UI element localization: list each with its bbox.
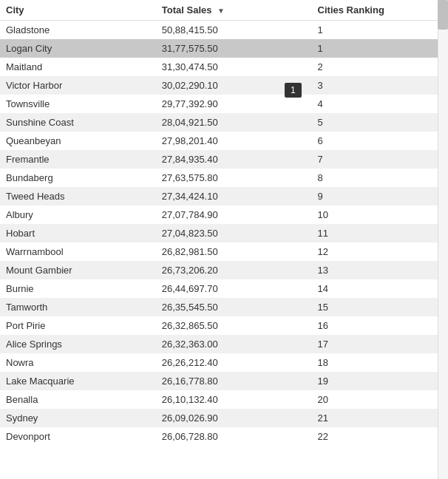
cities-ranking-column-header[interactable]: Cities Ranking: [312, 0, 448, 21]
ranking-cell: 1: [312, 21, 448, 40]
ranking-cell: 2: [312, 58, 448, 76]
table-body: Gladstone50,88,415.501Logan City31,77,57…: [0, 21, 448, 446]
table-row[interactable]: Alice Springs26,32,363.0017: [0, 335, 448, 353]
total-sales-cell: 26,82,981.50: [156, 242, 312, 261]
total-sales-cell: 26,32,363.00: [156, 335, 312, 353]
city-cell: Port Pirie: [0, 316, 156, 335]
table-row[interactable]: Sunshine Coast28,04,921.505: [0, 113, 448, 132]
ranking-cell: 3: [312, 76, 448, 95]
city-cell: Devonport: [0, 427, 156, 446]
table-row[interactable]: Port Pirie26,32,865.5016: [0, 316, 448, 335]
total-sales-cell: 26,35,545.50: [156, 298, 312, 316]
total-sales-cell: 26,09,026.90: [156, 409, 312, 427]
city-cell: Albury: [0, 205, 156, 224]
total-sales-cell: 26,32,865.50: [156, 316, 312, 335]
table-row[interactable]: Nowra26,26,212.4018: [0, 353, 448, 372]
city-cell: Fremantle: [0, 150, 156, 169]
ranking-cell: 15: [312, 298, 448, 316]
table-row[interactable]: Benalla26,10,132.4020: [0, 390, 448, 409]
table-row[interactable]: Sydney26,09,026.9021: [0, 409, 448, 427]
scrollbar[interactable]: [438, 0, 448, 479]
total-sales-column-header[interactable]: Total Sales ▼: [156, 0, 312, 21]
city-cell: Sydney: [0, 409, 156, 427]
city-cell: Victor Harbor: [0, 76, 156, 95]
ranking-cell: 18: [312, 353, 448, 372]
ranking-cell: 12: [312, 242, 448, 261]
ranking-cell: 1: [312, 39, 448, 58]
city-cell: Hobart: [0, 224, 156, 242]
total-sales-cell: 26,44,697.70: [156, 279, 312, 298]
ranking-cell: 13: [312, 261, 448, 279]
tooltip: 1: [285, 83, 302, 98]
ranking-cell: 20: [312, 390, 448, 409]
data-table-container: City Total Sales ▼ Cities Ranking Gladst…: [0, 0, 448, 479]
city-cell: Sunshine Coast: [0, 113, 156, 132]
table-row[interactable]: Logan City31,77,575.501: [0, 39, 448, 58]
total-sales-cell: 27,98,201.40: [156, 132, 312, 150]
table-row[interactable]: Mount Gambier26,73,206.2013: [0, 261, 448, 279]
scrollbar-thumb[interactable]: [438, 0, 448, 30]
table-row[interactable]: Victor Harbor30,02,290.103: [0, 76, 448, 95]
total-sales-cell: 27,84,935.40: [156, 150, 312, 169]
table-row[interactable]: Bundaberg27,63,575.808: [0, 169, 448, 187]
total-sales-cell: 26,06,728.80: [156, 427, 312, 446]
table-row[interactable]: Fremantle27,84,935.407: [0, 150, 448, 169]
table-row[interactable]: Warrnambool26,82,981.5012: [0, 242, 448, 261]
table-row[interactable]: Tamworth26,35,545.5015: [0, 298, 448, 316]
table-row[interactable]: Queanbeyan27,98,201.406: [0, 132, 448, 150]
ranking-cell: 19: [312, 372, 448, 390]
total-sales-cell: 27,07,784.90: [156, 205, 312, 224]
total-sales-cell: 27,63,575.80: [156, 169, 312, 187]
table-row[interactable]: Burnie26,44,697.7014: [0, 279, 448, 298]
total-sales-cell: 26,73,206.20: [156, 261, 312, 279]
ranking-cell: 6: [312, 132, 448, 150]
table-row[interactable]: Devonport26,06,728.8022: [0, 427, 448, 446]
total-sales-cell: 28,04,921.50: [156, 113, 312, 132]
sort-arrow-icon: ▼: [217, 7, 225, 15]
ranking-cell: 5: [312, 113, 448, 132]
ranking-cell: 21: [312, 409, 448, 427]
city-cell: Maitland: [0, 58, 156, 76]
table-row[interactable]: Townsville29,77,392.904: [0, 95, 448, 113]
ranking-cell: 17: [312, 335, 448, 353]
table-row[interactable]: Maitland31,30,474.502: [0, 58, 448, 76]
total-sales-cell: 27,04,823.50: [156, 224, 312, 242]
total-sales-cell: 26,26,212.40: [156, 353, 312, 372]
city-cell: Burnie: [0, 279, 156, 298]
ranking-cell: 16: [312, 316, 448, 335]
total-sales-cell: 27,34,424.10: [156, 187, 312, 205]
city-cell: Alice Springs: [0, 335, 156, 353]
total-sales-cell: 26,10,132.40: [156, 390, 312, 409]
total-sales-cell: 50,88,415.50: [156, 21, 312, 40]
city-cell: Warrnambool: [0, 242, 156, 261]
table-row[interactable]: Albury27,07,784.9010: [0, 205, 448, 224]
city-cell: Nowra: [0, 353, 156, 372]
city-cell: Mount Gambier: [0, 261, 156, 279]
city-cell: Bundaberg: [0, 169, 156, 187]
ranking-cell: 14: [312, 279, 448, 298]
total-sales-cell: 26,16,778.80: [156, 372, 312, 390]
ranking-cell: 4: [312, 95, 448, 113]
table-row[interactable]: Gladstone50,88,415.501: [0, 21, 448, 40]
city-cell: Tamworth: [0, 298, 156, 316]
ranking-cell: 10: [312, 205, 448, 224]
city-column-header[interactable]: City: [0, 0, 156, 21]
city-cell: Queanbeyan: [0, 132, 156, 150]
ranking-cell: 22: [312, 427, 448, 446]
city-cell: Townsville: [0, 95, 156, 113]
table-row[interactable]: Tweed Heads27,34,424.109: [0, 187, 448, 205]
ranking-cell: 11: [312, 224, 448, 242]
table-row[interactable]: Hobart27,04,823.5011: [0, 224, 448, 242]
total-sales-cell: 31,77,575.50: [156, 39, 312, 58]
city-cell: Lake Macquarie: [0, 372, 156, 390]
sales-table: City Total Sales ▼ Cities Ranking Gladst…: [0, 0, 448, 446]
ranking-cell: 8: [312, 169, 448, 187]
ranking-cell: 7: [312, 150, 448, 169]
city-cell: Tweed Heads: [0, 187, 156, 205]
city-cell: Logan City: [0, 39, 156, 58]
table-header-row: City Total Sales ▼ Cities Ranking: [0, 0, 448, 21]
ranking-cell: 9: [312, 187, 448, 205]
city-cell: Gladstone: [0, 21, 156, 40]
total-sales-cell: 31,30,474.50: [156, 58, 312, 76]
table-row[interactable]: Lake Macquarie26,16,778.8019: [0, 372, 448, 390]
